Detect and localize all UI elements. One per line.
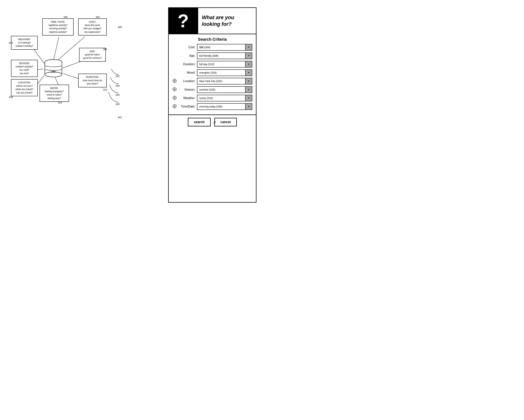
ref-342: 342 (118, 116, 122, 119)
svg-text:328: 328 (115, 84, 120, 87)
criteria-label-3: Mood: (179, 71, 195, 74)
crosshair-icon (172, 87, 177, 91)
criteria-value-7: morning today (338) (197, 105, 245, 108)
weather-box: WEATHER: is it raining? outdoor activity… (11, 36, 38, 50)
svg-text:322: 322 (115, 75, 120, 78)
search-criteria-title: Search Criteria (172, 37, 252, 42)
svg-text:334: 334 (115, 94, 120, 96)
season-box: SEASON: outdoor activity? too cold? too … (11, 60, 38, 77)
criteria-label-2: Duration: (179, 62, 195, 66)
header-section: ? What are you looking for? (169, 8, 256, 34)
criteria-label-4: Location: (179, 79, 195, 83)
ref-302: 302 (96, 16, 100, 18)
ref-300-left: 300 (118, 26, 122, 28)
dropdown-arrow-0[interactable]: ▼ (245, 44, 252, 50)
svg-point-25 (174, 89, 175, 90)
search-button[interactable]: search (188, 118, 211, 126)
dropdown-arrow-2[interactable]: ▼ (245, 61, 252, 67)
time-date-box: TIME / DATE: nighttime activity? morning… (42, 18, 74, 35)
criteria-row-6: Weather:sunny (332)▼ (172, 95, 252, 101)
criteria-rows-container: Cost:$$$ (304)▼Age:kid friendly (308)▼Du… (172, 44, 252, 110)
criteria-dropdown-7[interactable]: morning today (338)▼ (197, 103, 252, 110)
search-criteria-section: Search Criteria Cost:$$$ (304)▼Age:kid f… (169, 34, 256, 115)
ref-318: 318 (9, 96, 13, 98)
tagline-box: What are you looking for? (198, 8, 256, 34)
criteria-dropdown-0[interactable]: $$$ (304)▼ (197, 44, 252, 51)
criteria-label-6: Weather: (179, 96, 195, 100)
criteria-row-0: Cost:$$$ (304)▼ (172, 44, 252, 51)
criteria-dropdown-1[interactable]: kid friendly (308)▼ (197, 52, 252, 59)
ref-324: 324 (9, 41, 13, 44)
criteria-row-4: Location:New York City (320)▼ (172, 78, 252, 85)
buttons-section: search ↗ cancel (169, 115, 256, 129)
diagram-area: TIME / DATE: nighttime activity? morning… (6, 7, 165, 203)
right-panel: ? What are you looking for? Search Crite… (168, 7, 256, 203)
svg-point-19 (174, 80, 175, 81)
criteria-value-4: New York City (320) (197, 80, 245, 83)
criteria-dropdown-6[interactable]: sunny (332)▼ (197, 95, 252, 101)
svg-line-0 (53, 37, 59, 61)
criteria-row-3: Mood:energetic (316)▼ (172, 69, 252, 76)
dropdown-arrow-1[interactable]: ▼ (245, 53, 252, 59)
svg-text:340: 340 (115, 103, 120, 105)
svg-line-5 (62, 61, 83, 68)
ref-306: 306 (103, 48, 107, 51)
criteria-value-6: sunny (332) (197, 97, 245, 100)
crosshair-icon (172, 104, 177, 108)
question-mark: ? (178, 12, 189, 30)
criteria-label-5: Season: (179, 88, 195, 91)
criteria-dropdown-2[interactable]: full day (312)▼ (197, 61, 252, 68)
criteria-dropdown-4[interactable]: New York City (320)▼ (197, 78, 252, 85)
ref-336: 336 (63, 16, 68, 18)
ref-314: 314 (58, 101, 62, 104)
question-mark-box: ? (169, 8, 198, 34)
dropdown-arrow-7[interactable]: ▼ (245, 104, 252, 110)
age-box: AGE: good for kids? good for seniors? (79, 48, 106, 62)
criteria-row-7: Time/Date:morning today (338)▼ (172, 103, 252, 110)
criteria-value-3: energetic (316) (197, 71, 245, 74)
svg-text:100: 100 (51, 70, 56, 73)
crosshair-icon (172, 79, 177, 83)
criteria-dropdown-3[interactable]: energetic (316)▼ (197, 69, 252, 76)
criteria-label-0: Cost: (179, 46, 195, 49)
cost-box: COST: does this work with you budget? to… (78, 18, 107, 35)
dropdown-arrow-6[interactable]: ▼ (245, 95, 252, 101)
location-box: LOCATION: where are you? while you trave… (11, 79, 38, 96)
dropdown-arrow-5[interactable]: ▼ (245, 87, 252, 93)
criteria-value-1: kid friendly (308) (197, 54, 245, 57)
criteria-label-1: Age: (179, 54, 195, 57)
tagline: What are you looking for? (202, 14, 252, 28)
criteria-row-1: Age:kid friendly (308)▼ (172, 52, 252, 59)
dropdown-arrow-4[interactable]: ▼ (245, 78, 252, 84)
duration-box: DURATION: how much time do you have? (78, 74, 107, 88)
criteria-value-0: $$$ (304) (197, 46, 245, 49)
svg-point-37 (174, 106, 175, 107)
criteria-value-5: summer (326) (197, 88, 245, 91)
mood-box: MOOD: feeling energetic? want to relax? … (40, 85, 69, 102)
svg-point-31 (174, 97, 175, 98)
cursor-icon: ↗ (213, 120, 216, 125)
criteria-label-7: Time/Date: (179, 105, 195, 108)
cancel-button[interactable]: cancel (214, 118, 237, 126)
criteria-row-5: Season:summer (326)▼ (172, 86, 252, 93)
criteria-dropdown-5[interactable]: summer (326)▼ (197, 86, 252, 93)
crosshair-icon (172, 96, 177, 100)
ref-310: 310 (103, 88, 107, 91)
criteria-value-2: full day (312) (197, 63, 245, 66)
criteria-row-2: Duration:full day (312)▼ (172, 61, 252, 68)
dropdown-arrow-3[interactable]: ▼ (245, 70, 252, 76)
database-cylinder: 100 (42, 59, 64, 79)
